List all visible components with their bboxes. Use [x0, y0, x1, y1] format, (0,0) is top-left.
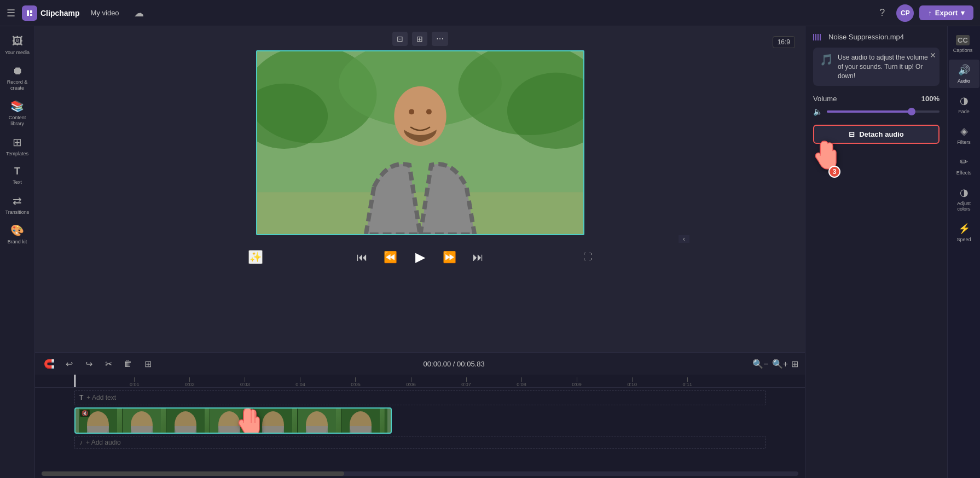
zoom-out-button[interactable]: 🔍− — [752, 359, 768, 369]
sidebar-item-record[interactable]: ⏺ Record &create — [0, 60, 35, 96]
app-logo-icon — [22, 5, 37, 21]
sidebar-item-templates[interactable]: ⊞ Templates — [0, 131, 35, 161]
right-sidebar-label-audio: Audio — [958, 78, 970, 84]
fast-forward-button[interactable]: ⏩ — [440, 247, 460, 267]
ai-enhance-button[interactable]: ✨ — [248, 250, 263, 264]
export-button[interactable]: ↑ Export ▾ — [919, 5, 973, 20]
more-options-button[interactable]: ⋯ — [432, 32, 448, 46]
add-text-label: + Add text — [86, 394, 116, 401]
undo-button[interactable]: ↩ — [61, 356, 77, 371]
volume-value: 100% — [921, 95, 940, 103]
zoom-in-button[interactable]: 🔍+ — [772, 359, 788, 369]
sidebar-item-your-media[interactable]: 🖼 Your media — [0, 31, 35, 60]
skip-to-start-button[interactable]: ⏮ — [352, 247, 372, 267]
total-time: 00:05.83 — [457, 360, 485, 368]
svg-point-10 — [426, 109, 431, 114]
skip-to-end-button[interactable]: ⏭ — [468, 247, 488, 267]
adjust-colors-icon: ◑ — [960, 186, 969, 199]
ruler-mark-11: 0:11 — [682, 377, 692, 387]
ruler-mark-5: 0:05 — [351, 377, 361, 387]
svg-rect-22 — [218, 426, 240, 433]
crop-button[interactable]: ⊡ — [392, 32, 408, 46]
topbar-left: ☰ Clipchamp My video ☁ — [7, 4, 867, 22]
volume-slider-thumb[interactable] — [908, 108, 915, 115]
right-sidebar-item-fade[interactable]: ◑ Fade — [949, 90, 979, 119]
timeline-scrollbar[interactable] — [42, 471, 798, 476]
video-preview: ⊡ ⊞ ⋯ 16:9 — [35, 26, 805, 352]
right-sidebar-item-effects[interactable]: ✏ Effects — [949, 151, 979, 180]
audio-icon: 🔊 — [958, 64, 970, 76]
topbar-right: ? CP ↑ Export ▾ — [873, 4, 973, 22]
rewind-button[interactable]: ⏪ — [381, 247, 401, 267]
sidebar-item-brand-kit[interactable]: 🎨 Brand kit — [0, 219, 35, 249]
sidebar-item-label-transitions: Transitions — [5, 209, 30, 215]
tooltip-close-button[interactable]: ✕ — [930, 51, 936, 60]
right-sidebar-item-speed[interactable]: ⚡ Speed — [949, 218, 979, 247]
fade-icon: ◑ — [960, 95, 969, 107]
volume-section: Volume 100% 🔈 — [805, 88, 947, 123]
sidebar-item-label-your-media: Your media — [5, 50, 30, 56]
svg-point-9 — [409, 109, 414, 114]
panel-expand-area: ‹ — [679, 235, 689, 243]
track-handle-right[interactable] — [387, 409, 391, 433]
volume-slider-row: 🔈 — [813, 107, 940, 116]
svg-rect-13 — [87, 426, 109, 433]
cloud-save-icon[interactable]: ☁ — [130, 4, 148, 22]
right-sidebar-label-fade: Fade — [958, 109, 970, 114]
ruler-mark-1: 0:01 — [130, 377, 140, 387]
timeline-toolbar: 🧲 ↩ ↪ ✂ 🗑 ⊞ 00:00.00 / 00:05.83 🔍− 🔍+ ⊞ — [35, 352, 805, 375]
app-name: Clipchamp — [40, 9, 80, 18]
right-sidebar-label-effects: Effects — [956, 170, 971, 176]
detach-label: Detach audio — [859, 130, 904, 138]
help-button[interactable]: ? — [873, 4, 891, 22]
cut-button[interactable]: ✂ — [101, 356, 116, 371]
right-sidebar-item-captions[interactable]: CC Captions — [948, 31, 978, 57]
hamburger-icon[interactable]: ☰ — [7, 7, 15, 19]
add-audio-row[interactable]: ♪ + Add audio — [74, 436, 766, 449]
panel-collapse-button[interactable]: ‹ — [679, 235, 689, 243]
right-sidebar-item-audio[interactable]: 🔊 Audio — [949, 60, 979, 88]
record-icon: ⏺ — [12, 65, 23, 77]
ruler-mark-7: 0:07 — [461, 377, 471, 387]
right-sidebar-item-filters[interactable]: ◈ Filters — [949, 121, 979, 149]
export-icon: ↑ — [928, 9, 932, 17]
sidebar-item-transitions[interactable]: ⇄ Transitions — [0, 190, 35, 220]
text-icon: T — [14, 166, 20, 177]
delete-button[interactable]: 🗑 — [120, 356, 136, 371]
redo-button[interactable]: ↪ — [81, 356, 96, 371]
video-container[interactable]: ↻ — [256, 50, 584, 235]
sidebar-item-text[interactable]: T Text — [0, 161, 35, 190]
ruler-mark-8: 0:08 — [517, 377, 526, 387]
scrollbar-thumb[interactable] — [42, 471, 344, 476]
sidebar-item-label-record: Record &create — [7, 79, 28, 91]
content-library-icon: 📚 — [10, 100, 24, 113]
detach-section: ⊟ Detach audio 3 — [805, 123, 947, 146]
sidebar-item-label-text: Text — [13, 179, 22, 185]
video-track[interactable]: 🔇 — [74, 407, 392, 434]
ruler-mark-2: 0:02 — [185, 377, 195, 387]
right-sidebar-label-speed: Speed — [956, 237, 971, 242]
right-sidebar-item-adjust-colors[interactable]: ◑ Adjustcolors — [949, 182, 979, 216]
avatar-button[interactable]: CP — [896, 4, 914, 22]
play-pause-button[interactable]: ▶ — [409, 246, 431, 268]
add-text-row[interactable]: T + Add text — [74, 390, 766, 405]
volume-slider[interactable] — [827, 110, 940, 113]
fullscreen-button[interactable]: ⛶ — [583, 252, 592, 262]
detach-audio-button[interactable]: ⊟ Detach audio — [813, 125, 940, 144]
video-frame — [257, 51, 583, 234]
sidebar-item-content-library[interactable]: 📚 Contentlibrary — [0, 95, 35, 131]
resize-button[interactable]: ⊞ — [412, 32, 427, 46]
magnet-tool-button[interactable]: 🧲 — [42, 356, 57, 371]
timeline-time: 00:00.00 / 00:05.83 — [160, 360, 748, 368]
your-media-icon: 🖼 — [12, 35, 23, 48]
fit-zoom-button[interactable]: ⊞ — [791, 359, 798, 369]
captions-icon: CC — [956, 35, 970, 45]
track-thumbs: 🔇 — [79, 409, 387, 433]
volume-slider-fill — [827, 110, 912, 113]
right-panel-header: Noise Suppression.mp4 — [805, 26, 947, 45]
add-audio-label: + Add audio — [86, 439, 121, 446]
left-sidebar: 🖼 Your media ⏺ Record &create 📚 Contentl… — [0, 26, 35, 478]
video-title[interactable]: My video — [86, 7, 124, 19]
split-button[interactable]: ⊞ — [140, 356, 155, 371]
right-panel: Noise Suppression.mp4 🎵 Use audio to adj… — [805, 26, 947, 478]
